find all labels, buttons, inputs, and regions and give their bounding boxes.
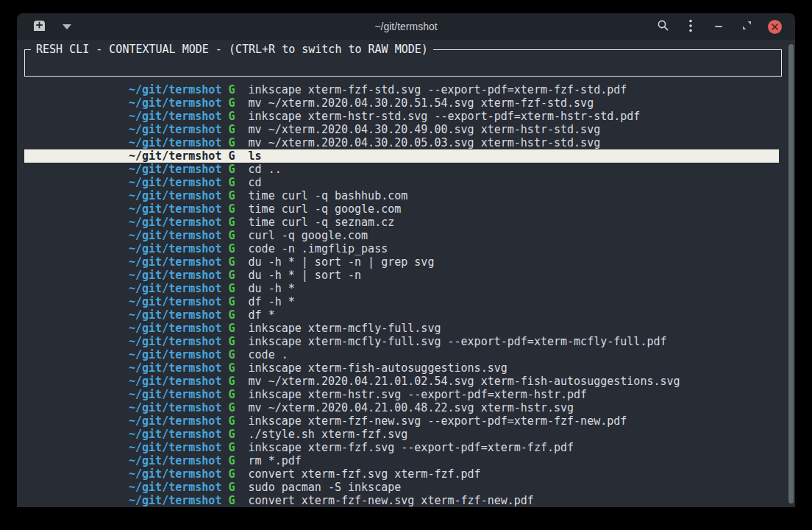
git-branch-indicator: G bbox=[221, 375, 248, 388]
history-path: ~/git/termshot bbox=[129, 375, 221, 388]
resh-query-input[interactable] bbox=[31, 59, 775, 72]
history-path: ~/git/termshot bbox=[129, 441, 221, 454]
history-row[interactable]: ~/git/termshot G du -h * | sort -n bbox=[24, 269, 779, 282]
history-command: du -h * | sort -n | grep svg bbox=[249, 255, 435, 269]
git-branch-indicator: G bbox=[221, 83, 248, 96]
scrollbar-thumb[interactable] bbox=[788, 44, 794, 504]
history-command: convert xterm-fzf-new.svg xterm-fzf-new.… bbox=[249, 494, 534, 507]
history-path: ~/git/termshot bbox=[129, 388, 221, 401]
history-row[interactable]: ~/git/termshot G df * bbox=[24, 308, 779, 322]
git-branch-indicator: G bbox=[221, 467, 248, 481]
git-branch-indicator: G bbox=[221, 361, 248, 375]
history-command: inkscape xterm-mcfly-full.svg --export-p… bbox=[249, 335, 667, 348]
history-row[interactable]: ~/git/termshot G inkscape xterm-fzf.svg … bbox=[24, 441, 779, 454]
new-tab-button[interactable] bbox=[30, 18, 48, 35]
history-row[interactable]: ~/git/termshot G time curl -q seznam.cz bbox=[24, 216, 779, 229]
history-command: sudo pacman -S inkscape bbox=[249, 481, 402, 494]
history-row[interactable]: ~/git/termshot G inkscape xterm-hstr.svg… bbox=[24, 388, 779, 401]
history-row[interactable]: ~/git/termshot G mv ~/xterm.2020.04.30.2… bbox=[24, 123, 779, 136]
git-branch-indicator: G bbox=[221, 216, 248, 229]
history-row[interactable]: ~/git/termshot G inkscape xterm-fish-aut… bbox=[24, 361, 779, 375]
history-row[interactable]: ~/git/termshot G sudo pacman -S inkscape bbox=[24, 481, 779, 494]
history-row[interactable]: ~/git/termshot G mv ~/xterm.2020.04.30.2… bbox=[24, 96, 779, 110]
restore-icon bbox=[742, 21, 752, 32]
history-row[interactable]: ~/git/termshot G du -h * bbox=[24, 282, 779, 295]
history-row[interactable]: ~/git/termshot G cd .. bbox=[24, 163, 779, 176]
resh-search-box: RESH CLI - CONTEXTUAL MODE - (CTRL+R to … bbox=[24, 49, 782, 77]
history-command: df * bbox=[249, 308, 275, 322]
history-path: ~/git/termshot bbox=[129, 481, 221, 494]
git-branch-indicator: G bbox=[221, 282, 248, 295]
history-command: rm *.pdf bbox=[249, 454, 302, 467]
history-row[interactable]: ~/git/termshot G inkscape xterm-fzf-new.… bbox=[24, 414, 779, 428]
history-row[interactable]: ~/git/termshot G mv ~/xterm.2020.04.21.0… bbox=[24, 401, 779, 414]
git-branch-indicator: G bbox=[221, 255, 248, 269]
git-branch-indicator: G bbox=[221, 110, 248, 123]
history-command: inkscape xterm-hstr-std.svg --export-pdf… bbox=[249, 110, 641, 123]
git-branch-indicator: G bbox=[221, 494, 248, 507]
close-button[interactable] bbox=[766, 18, 783, 35]
history-list: ~/git/termshot G inkscape xterm-fzf-std.… bbox=[24, 83, 779, 507]
history-row[interactable]: ~/git/termshot G code . bbox=[24, 348, 779, 361]
history-row[interactable]: ~/git/termshot G inkscape xterm-mcfly-fu… bbox=[24, 322, 779, 335]
git-branch-indicator: G bbox=[221, 322, 248, 335]
history-row[interactable]: ~/git/termshot G code -n .imgflip_pass bbox=[24, 242, 779, 255]
minimize-button[interactable] bbox=[710, 18, 727, 35]
history-row[interactable]: ~/git/termshot G ./style.sh xterm-fzf.sv… bbox=[24, 428, 779, 441]
history-row[interactable]: ~/git/termshot G time curl -q bashhub.co… bbox=[24, 189, 779, 202]
history-row[interactable]: ~/git/termshot G mv ~/xterm.2020.04.30.2… bbox=[24, 136, 779, 149]
history-command: code . bbox=[249, 348, 288, 361]
history-row[interactable]: ~/git/termshot G mv ~/xterm.2020.04.21.0… bbox=[24, 375, 779, 388]
tab-dropdown-button[interactable] bbox=[58, 18, 76, 35]
git-branch-indicator: G bbox=[221, 269, 248, 282]
git-branch-indicator: G bbox=[221, 428, 248, 441]
desktop-background: ~/git/termshot bbox=[0, 0, 812, 530]
history-path: ~/git/termshot bbox=[129, 216, 221, 229]
history-path: ~/git/termshot bbox=[129, 149, 221, 163]
history-path: ~/git/termshot bbox=[129, 308, 221, 322]
history-command: ./style.sh xterm-fzf.svg bbox=[249, 428, 408, 441]
history-row[interactable]: ~/git/termshot G time curl -q google.com bbox=[24, 202, 779, 216]
history-path: ~/git/termshot bbox=[129, 494, 221, 507]
history-command: time curl -q seznam.cz bbox=[249, 216, 395, 229]
history-path: ~/git/termshot bbox=[129, 110, 221, 123]
restore-button[interactable] bbox=[738, 18, 755, 35]
git-branch-indicator: G bbox=[221, 189, 248, 202]
git-branch-indicator: G bbox=[221, 136, 248, 149]
history-row[interactable]: ~/git/termshot G convert xterm-fzf.svg x… bbox=[24, 467, 779, 481]
git-branch-indicator: G bbox=[221, 96, 248, 110]
chevron-down-icon bbox=[63, 24, 71, 29]
history-command: curl -q google.com bbox=[249, 229, 368, 242]
history-path: ~/git/termshot bbox=[129, 96, 221, 110]
history-path: ~/git/termshot bbox=[129, 242, 221, 255]
history-row[interactable]: ~/git/termshot G inkscape xterm-mcfly-fu… bbox=[24, 335, 779, 348]
menu-button[interactable] bbox=[682, 18, 699, 35]
history-command: inkscape xterm-fish-autosuggestions.svg bbox=[249, 361, 508, 375]
history-row[interactable]: ~/git/termshot G curl -q google.com bbox=[24, 229, 779, 242]
history-row[interactable]: ~/git/termshot G ls bbox=[24, 149, 779, 163]
git-branch-indicator: G bbox=[221, 295, 248, 308]
titlebar: ~/git/termshot bbox=[17, 13, 795, 40]
history-row[interactable]: ~/git/termshot G du -h * | sort -n | gre… bbox=[24, 255, 779, 269]
history-row[interactable]: ~/git/termshot G convert xterm-fzf-new.s… bbox=[24, 494, 779, 507]
git-branch-indicator: G bbox=[221, 348, 248, 361]
history-row[interactable]: ~/git/termshot G inkscape xterm-hstr-std… bbox=[24, 110, 779, 123]
history-path: ~/git/termshot bbox=[129, 136, 221, 149]
history-path: ~/git/termshot bbox=[129, 176, 221, 189]
search-button[interactable] bbox=[654, 18, 672, 35]
history-path: ~/git/termshot bbox=[129, 269, 221, 282]
history-row[interactable]: ~/git/termshot G inkscape xterm-fzf-std.… bbox=[24, 83, 779, 96]
history-row[interactable]: ~/git/termshot G cd bbox=[24, 176, 779, 189]
history-path: ~/git/termshot bbox=[129, 467, 221, 481]
history-row[interactable]: ~/git/termshot G df -h * bbox=[24, 295, 779, 308]
history-command: time curl -q bashhub.com bbox=[249, 189, 408, 202]
history-command: mv ~/xterm.2020.04.30.20.49.00.svg xterm… bbox=[249, 123, 601, 136]
git-branch-indicator: G bbox=[221, 163, 248, 176]
history-command: mv ~/xterm.2020.04.21.00.48.22.svg xterm… bbox=[249, 401, 574, 414]
history-path: ~/git/termshot bbox=[129, 348, 221, 361]
history-command: df -h * bbox=[249, 295, 295, 308]
history-path: ~/git/termshot bbox=[129, 322, 221, 335]
history-command: cd .. bbox=[249, 163, 282, 176]
titlebar-right-controls bbox=[654, 18, 795, 35]
history-row[interactable]: ~/git/termshot G rm *.pdf bbox=[24, 454, 779, 467]
